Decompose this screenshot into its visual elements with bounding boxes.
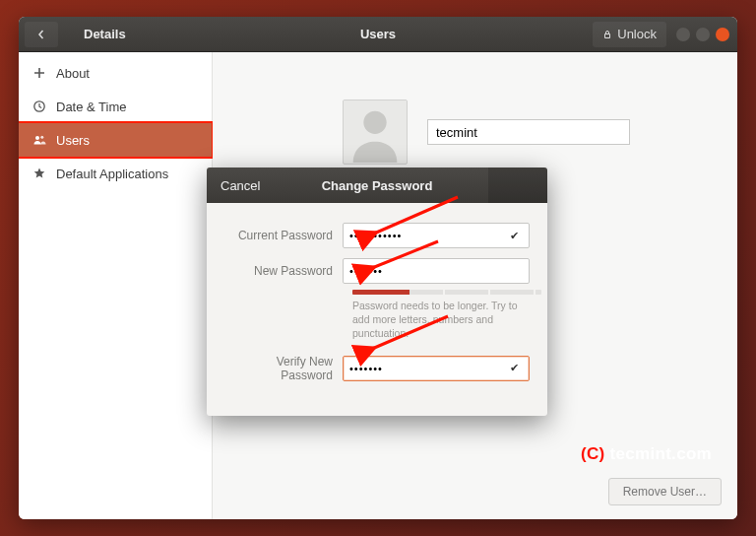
clock-icon bbox=[32, 100, 46, 113]
sidebar-item-datetime[interactable]: Date & Time bbox=[19, 90, 212, 123]
avatar-button[interactable] bbox=[343, 100, 408, 165]
verify-password-label: Verify New Password bbox=[224, 355, 343, 382]
sidebar-item-label: Date & Time bbox=[56, 100, 127, 114]
sidebar-item-default-apps[interactable]: Default Applications bbox=[19, 157, 212, 190]
users-icon bbox=[32, 133, 46, 147]
password-hint: Password needs to be longer. Try to add … bbox=[352, 299, 530, 341]
maximize-button[interactable] bbox=[696, 28, 710, 41]
dialog-title: Change Password bbox=[322, 178, 433, 193]
current-password-input[interactable]: ✔ bbox=[343, 223, 530, 248]
lock-icon bbox=[602, 30, 612, 39]
verify-password-field[interactable] bbox=[349, 363, 507, 374]
check-icon: ✔ bbox=[507, 230, 523, 242]
verify-password-row: Verify New Password ✔ bbox=[224, 355, 530, 382]
verify-password-input[interactable]: ✔ bbox=[343, 356, 530, 381]
svg-point-1 bbox=[35, 136, 39, 140]
remove-user-button[interactable]: Remove User… bbox=[608, 478, 722, 505]
header-details: Details bbox=[84, 27, 126, 41]
close-button[interactable] bbox=[716, 28, 729, 41]
svg-point-4 bbox=[363, 111, 386, 134]
window-controls bbox=[676, 28, 729, 41]
new-password-label: New Password bbox=[224, 264, 343, 278]
sidebar-item-label: Users bbox=[56, 133, 90, 148]
sidebar-item-label: About bbox=[56, 66, 90, 81]
full-name-input[interactable] bbox=[427, 119, 630, 145]
watermark-prefix: (C) bbox=[581, 444, 605, 463]
watermark: (C) tecmint.com bbox=[581, 444, 712, 464]
change-password-dialog: Cancel Change Password Current Password … bbox=[207, 168, 547, 416]
check-icon: ✔ bbox=[507, 362, 523, 374]
strength-bar bbox=[352, 290, 541, 295]
current-password-row: Current Password ✔ bbox=[224, 223, 530, 248]
header-bar: Details Users Unlock bbox=[19, 17, 737, 52]
current-password-label: Current Password bbox=[224, 229, 343, 242]
back-button[interactable] bbox=[25, 22, 58, 47]
new-password-input[interactable] bbox=[343, 258, 530, 284]
dialog-header: Cancel Change Password bbox=[207, 168, 547, 203]
chevron-left-icon bbox=[36, 30, 46, 39]
sidebar: About Date & Time Users Default Applicat… bbox=[19, 52, 213, 519]
password-strength bbox=[352, 290, 530, 295]
sidebar-item-users[interactable]: Users bbox=[19, 123, 212, 157]
sidebar-item-label: Default Applications bbox=[56, 167, 168, 181]
sidebar-item-about[interactable]: About bbox=[19, 56, 212, 90]
current-password-field[interactable] bbox=[349, 230, 507, 241]
plus-icon bbox=[32, 66, 46, 80]
svg-point-2 bbox=[40, 136, 43, 139]
minimize-button[interactable] bbox=[676, 28, 690, 41]
unlock-button[interactable]: Unlock bbox=[593, 22, 666, 47]
avatar-placeholder-icon bbox=[344, 100, 407, 164]
star-icon bbox=[32, 167, 46, 180]
cancel-button[interactable]: Cancel bbox=[207, 168, 274, 203]
user-header bbox=[343, 100, 630, 165]
dialog-body: Current Password ✔ New Password Password… bbox=[207, 203, 547, 416]
new-password-row: New Password bbox=[224, 258, 530, 284]
watermark-text: tecmint.com bbox=[605, 444, 712, 463]
confirm-button[interactable] bbox=[488, 168, 547, 203]
new-password-field[interactable] bbox=[349, 265, 523, 277]
header-title: Users bbox=[360, 27, 396, 41]
unlock-label: Unlock bbox=[617, 27, 657, 41]
